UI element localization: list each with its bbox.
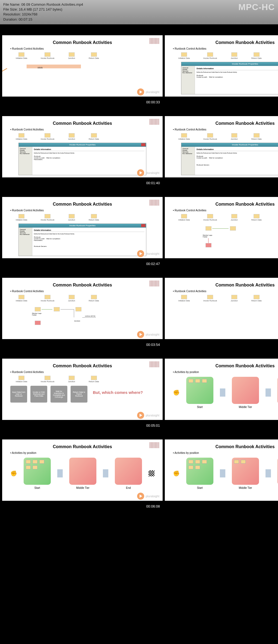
slide-subtitle: • Runbook Control Activities (10, 290, 154, 293)
hand-icon: ✊ (173, 389, 180, 396)
slide-subtitle: • Activities by position (10, 451, 154, 454)
value: 1024x768 (22, 12, 37, 16)
slide-subtitle: • Runbook Control Activities (173, 47, 278, 50)
icon-label: Junction (231, 300, 238, 302)
timestamp: 00:05:01 (143, 422, 163, 429)
info-box: Input Data from User or Runbook (10, 386, 27, 403)
info-box: Wait for branches to Complete and Conver… (50, 386, 67, 403)
slide-title: Common Runbook Activities (173, 444, 278, 449)
timestamp: 00:01:40 (143, 180, 163, 186)
pluralsight-logo: pluralsight (137, 493, 159, 500)
end-box (115, 458, 142, 485)
icon-label: Junction (68, 138, 75, 140)
thumbnail[interactable]: Common Runbook Activities • Activities b… (2, 431, 163, 509)
finish-flag-icon (149, 470, 154, 476)
icon-label: Initialize Data (178, 138, 190, 140)
icon-label: Initialize Data (16, 300, 27, 302)
slide-subtitle: • Runbook Control Activities (173, 128, 278, 131)
thumbnail[interactable]: Common Runbook Activities • Runbook Cont… (165, 27, 278, 105)
icon-label: Initialize Data (16, 138, 27, 140)
slide-subtitle: • Runbook Control Activities (10, 47, 154, 50)
slide-title: Common Runbook Activities (10, 364, 154, 368)
icon-label: Return Data (89, 138, 99, 140)
slide-title: Common Runbook Activities (10, 202, 154, 207)
pluralsight-logo: pluralsight (137, 412, 159, 419)
slide-logo-icon (150, 119, 159, 125)
label: File Name: (3, 2, 20, 7)
icon-label: Initialize Data (178, 219, 190, 221)
thumbnail[interactable]: Common Runbook Activities • Runbook Cont… (2, 350, 163, 429)
slide-title: Common Runbook Activities (10, 444, 154, 449)
slide-logo-icon (150, 280, 159, 286)
icon-label: Invoke Runbook (41, 57, 55, 59)
timestamp: 00:03:54 (143, 342, 163, 348)
properties-dialog: Invoke Runbook Properties GeneralDetails… (18, 224, 146, 256)
flow-diagram: Monitor LogsFolder (189, 226, 278, 248)
icon-label: Invoke Runbook (41, 300, 55, 302)
icon-label: Invoke Runbook (203, 57, 217, 59)
info-box: Return Data to Parent Runbook (71, 386, 87, 403)
icon-label: Invoke Runbook (203, 300, 217, 302)
icon-label: Junction (68, 219, 75, 221)
value: 06 09 Common Runbook Activities.mp4 (21, 2, 83, 7)
icon-label: Junction (68, 381, 75, 382)
close-icon (141, 224, 146, 227)
flow-diagram: Monitor LogsFolder continue with this Ju… (27, 307, 138, 329)
thumbnail[interactable]: Common Runbook Activities • Runbook Cont… (2, 269, 163, 348)
slide-subtitle: • Runbook Control Activities (173, 209, 278, 212)
properties-dialog: Invoke Runbook Properties GeneralDetails… (18, 143, 146, 175)
thumbnail[interactable]: Common Runbook Activities • Activities b… (165, 431, 278, 509)
slide-logo-icon (150, 442, 159, 448)
thumbnail[interactable]: Common Runbook Activities • Runbook Cont… (2, 107, 163, 186)
icon-label: Return Data (251, 57, 262, 59)
progress-bar: 10101 (27, 65, 81, 68)
middle-box (69, 458, 96, 485)
icon-label: Return Data (251, 138, 262, 140)
timestamp: 00:06:08 (143, 503, 163, 509)
icon-label: Return Data (251, 219, 262, 221)
thumbnail[interactable]: Common Runbook Activities • Runbook Cont… (2, 188, 163, 267)
question-text: But, which comes where? (93, 390, 143, 395)
slide-title: Common Runbook Activities (10, 40, 154, 45)
slide-logo-icon (150, 361, 159, 367)
thumbnail[interactable]: Common Runbook Activities • Runbook Cont… (165, 269, 278, 348)
icon-label: Junction (231, 57, 238, 59)
properties-dialog: Invoke Runbook Properties GeneralDetails… (181, 143, 278, 175)
hand-icon: ✊ (10, 470, 17, 477)
icon-label: Initialize Data (178, 300, 190, 302)
icon-label: Invoke Runbook (203, 219, 217, 221)
timestamp: 00:00:33 (143, 99, 163, 105)
icon-label: Invoke Runbook (203, 138, 217, 140)
timestamp: 00:02:47 (143, 261, 163, 267)
slide-logo-icon (150, 38, 159, 44)
value: 00:07:15 (18, 17, 32, 21)
slide-title: Common Runbook Activities (10, 121, 154, 126)
pluralsight-logo: pluralsight (137, 250, 159, 257)
thumbnail[interactable]: Common Runbook Activities • Runbook Cont… (165, 188, 278, 267)
icon-label: Invoke Runbook (41, 381, 55, 382)
icon-label: Junction (231, 219, 238, 221)
slide-title: Common Runbook Activities (10, 283, 154, 288)
icon-label: Initialize Data (16, 57, 27, 59)
icon-label: Invoke Runbook (41, 138, 55, 140)
thumbnail[interactable]: Common Runbook Activities • Activities b… (165, 350, 278, 429)
pluralsight-logo: pluralsight (137, 331, 159, 338)
icon-label: Initialize Data (16, 219, 27, 221)
thumbnail-grid: Common Runbook Activities • Runbook Cont… (0, 24, 278, 512)
pluralsight-logo: pluralsight (137, 88, 159, 95)
middle-box (232, 458, 259, 485)
thumbnail[interactable]: Common Runbook Activities • Runbook Cont… (165, 107, 278, 186)
close-icon (141, 143, 146, 146)
slide-subtitle: • Runbook Control Activities (173, 290, 278, 293)
icon-label: Junction (231, 138, 238, 140)
slide-title: Common Runbook Activities (173, 121, 278, 126)
slide-subtitle: • Activities by position (173, 451, 278, 454)
label: Duration: (3, 17, 18, 21)
slide-title: Common Runbook Activities (173, 202, 278, 207)
icon-label: Initialize Data (178, 57, 190, 59)
info-box: Invoke a Child Runbook and Pass Data (30, 386, 47, 403)
slide-title: Common Runbook Activities (173, 283, 278, 288)
thumbnail[interactable]: Common Runbook Activities • Runbook Cont… (2, 27, 163, 105)
label: Resolution: (3, 12, 21, 16)
slide-subtitle: • Runbook Control Activities (10, 209, 154, 212)
